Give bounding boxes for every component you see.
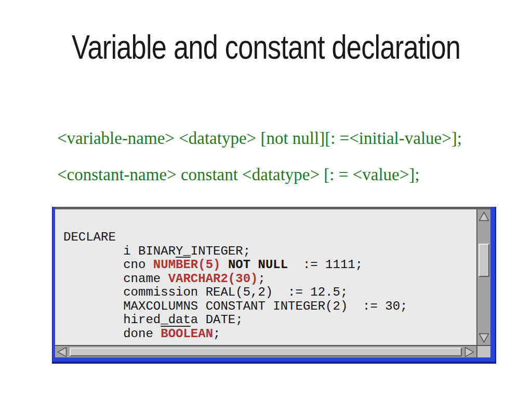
- vertical-scrollbar-thumb[interactable]: [478, 244, 489, 277]
- scroll-up-icon[interactable]: [477, 210, 490, 223]
- code-line: hired_data DATE;: [63, 313, 476, 327]
- terminal-window: DECLARE i BINARY_INTEGER; cno NUMBER(5) …: [52, 207, 496, 364]
- syntax-line: <constant-name> constant <datatype> [: =…: [57, 166, 462, 183]
- vertical-scrollbar[interactable]: [476, 209, 490, 345]
- horizontal-scrollbar-thumb[interactable]: [70, 348, 462, 356]
- scroll-right-icon[interactable]: [463, 345, 476, 358]
- code-line: i BINARY_INTEGER;: [63, 245, 476, 259]
- code-line: cno NUMBER(5) NOT NULL := 1111;: [63, 258, 476, 272]
- scroll-left-icon[interactable]: [56, 345, 69, 358]
- terminal-window-frame: DECLARE i BINARY_INTEGER; cno NUMBER(5) …: [55, 207, 490, 357]
- page-title-wrap: Variable and constant declaration: [0, 30, 532, 65]
- code-line: cname VARCHAR2(30);: [63, 272, 476, 286]
- scroll-down-icon[interactable]: [477, 331, 490, 344]
- horizontal-scrollbar[interactable]: [55, 345, 476, 357]
- page-title: Variable and constant declaration: [72, 30, 460, 65]
- syntax-line: <variable-name> <datatype> [not null][: …: [57, 130, 462, 147]
- terminal-code: DECLARE i BINARY_INTEGER; cno NUMBER(5) …: [55, 209, 476, 345]
- syntax-block: <variable-name> <datatype> [not null][: …: [57, 130, 462, 203]
- code-line: commission REAL(5,2) := 12.5;: [63, 286, 476, 300]
- code-line: done BOOLEAN;: [63, 327, 476, 341]
- code-line: DECLARE: [63, 231, 476, 245]
- scrollbar-corner: [476, 345, 490, 357]
- code-line: MAXCOLUMNS CONSTANT INTEGER(2) := 30;: [63, 300, 476, 314]
